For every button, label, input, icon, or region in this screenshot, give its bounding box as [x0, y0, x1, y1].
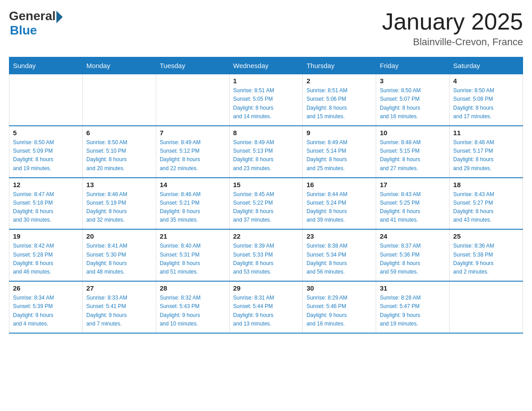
day-info: Sunrise: 8:39 AMSunset: 5:33 PMDaylight:…: [233, 242, 299, 276]
calendar-cell: 28Sunrise: 8:32 AMSunset: 5:43 PMDayligh…: [156, 281, 229, 333]
day-number: 31: [380, 284, 446, 292]
calendar-cell: 20Sunrise: 8:41 AMSunset: 5:30 PMDayligh…: [82, 229, 156, 281]
day-info: Sunrise: 8:51 AMSunset: 5:05 PMDaylight:…: [233, 86, 299, 121]
calendar-cell: 27Sunrise: 8:33 AMSunset: 5:41 PMDayligh…: [82, 281, 156, 333]
calendar-cell: 9Sunrise: 8:49 AMSunset: 5:14 PMDaylight…: [303, 126, 376, 178]
calendar-week-row: 12Sunrise: 8:47 AMSunset: 5:18 PMDayligh…: [9, 178, 523, 230]
day-info: Sunrise: 8:29 AMSunset: 5:46 PMDaylight:…: [306, 294, 372, 328]
day-number: 3: [380, 77, 446, 85]
day-info: Sunrise: 8:38 AMSunset: 5:34 PMDaylight:…: [306, 242, 372, 276]
calendar-cell: 1Sunrise: 8:51 AMSunset: 5:05 PMDaylight…: [229, 74, 303, 126]
calendar-cell: 15Sunrise: 8:45 AMSunset: 5:22 PMDayligh…: [229, 178, 303, 230]
day-number: 1: [233, 77, 299, 85]
day-number: 8: [233, 129, 299, 137]
day-number: 4: [453, 77, 519, 85]
calendar-header-friday: Friday: [376, 57, 450, 74]
day-number: 19: [13, 232, 79, 240]
calendar-cell: 26Sunrise: 8:34 AMSunset: 5:39 PMDayligh…: [9, 281, 83, 333]
calendar-week-row: 5Sunrise: 8:50 AMSunset: 5:09 PMDaylight…: [9, 126, 523, 178]
calendar-cell: 11Sunrise: 8:48 AMSunset: 5:17 PMDayligh…: [450, 126, 523, 178]
day-number: 16: [306, 181, 372, 188]
day-number: 29: [233, 284, 299, 292]
day-number: 11: [453, 129, 519, 137]
calendar-cell: 18Sunrise: 8:43 AMSunset: 5:27 PMDayligh…: [450, 178, 523, 230]
day-number: 12: [13, 181, 79, 188]
logo-general-text: General: [9, 9, 56, 23]
day-info: Sunrise: 8:51 AMSunset: 5:06 PMDaylight:…: [306, 86, 372, 121]
day-info: Sunrise: 8:37 AMSunset: 5:36 PMDaylight:…: [380, 242, 446, 276]
day-info: Sunrise: 8:28 AMSunset: 5:47 PMDaylight:…: [380, 294, 446, 328]
calendar-cell: 10Sunrise: 8:48 AMSunset: 5:15 PMDayligh…: [376, 126, 450, 178]
day-info: Sunrise: 8:49 AMSunset: 5:12 PMDaylight:…: [160, 138, 226, 173]
calendar-header-monday: Monday: [82, 57, 156, 74]
day-info: Sunrise: 8:47 AMSunset: 5:18 PMDaylight:…: [13, 190, 79, 225]
calendar-table: SundayMondayTuesdayWednesdayThursdayFrid…: [9, 57, 523, 334]
calendar-cell: 16Sunrise: 8:44 AMSunset: 5:24 PMDayligh…: [303, 178, 376, 230]
day-number: 10: [380, 129, 446, 137]
calendar-cell: [156, 74, 229, 126]
day-info: Sunrise: 8:40 AMSunset: 5:31 PMDaylight:…: [160, 242, 226, 276]
day-number: 18: [453, 181, 519, 188]
calendar-header-thursday: Thursday: [303, 57, 376, 74]
day-info: Sunrise: 8:46 AMSunset: 5:19 PMDaylight:…: [86, 190, 152, 225]
calendar-week-row: 26Sunrise: 8:34 AMSunset: 5:39 PMDayligh…: [9, 281, 523, 333]
day-info: Sunrise: 8:45 AMSunset: 5:22 PMDaylight:…: [233, 190, 299, 225]
calendar-cell: 17Sunrise: 8:43 AMSunset: 5:25 PMDayligh…: [376, 178, 450, 230]
day-info: Sunrise: 8:50 AMSunset: 5:09 PMDaylight:…: [13, 138, 79, 173]
day-info: Sunrise: 8:43 AMSunset: 5:27 PMDaylight:…: [453, 190, 519, 225]
calendar-cell: 5Sunrise: 8:50 AMSunset: 5:09 PMDaylight…: [9, 126, 83, 178]
calendar-week-row: 19Sunrise: 8:42 AMSunset: 5:28 PMDayligh…: [9, 229, 523, 281]
calendar-cell: [450, 281, 523, 333]
day-number: 27: [86, 284, 152, 292]
day-number: 15: [233, 181, 299, 188]
day-info: Sunrise: 8:46 AMSunset: 5:21 PMDaylight:…: [160, 190, 226, 225]
calendar-cell: [9, 74, 83, 126]
day-info: Sunrise: 8:31 AMSunset: 5:44 PMDaylight:…: [233, 294, 299, 328]
title-area: January 2025 Blainville-Crevon, France: [382, 9, 523, 48]
calendar-header-tuesday: Tuesday: [156, 57, 229, 74]
calendar-cell: 29Sunrise: 8:31 AMSunset: 5:44 PMDayligh…: [229, 281, 303, 333]
day-info: Sunrise: 8:32 AMSunset: 5:43 PMDaylight:…: [160, 294, 226, 328]
day-info: Sunrise: 8:42 AMSunset: 5:28 PMDaylight:…: [13, 242, 79, 276]
day-info: Sunrise: 8:36 AMSunset: 5:38 PMDaylight:…: [453, 242, 519, 276]
calendar-cell: 13Sunrise: 8:46 AMSunset: 5:19 PMDayligh…: [82, 178, 156, 230]
day-number: 26: [13, 284, 79, 292]
logo-arrow-icon: [56, 11, 63, 23]
day-number: 17: [380, 181, 446, 188]
day-number: 13: [86, 181, 152, 188]
calendar-cell: 24Sunrise: 8:37 AMSunset: 5:36 PMDayligh…: [376, 229, 450, 281]
day-number: 20: [86, 232, 152, 240]
calendar-header-wednesday: Wednesday: [229, 57, 303, 74]
day-number: 14: [160, 181, 226, 188]
calendar-cell: 19Sunrise: 8:42 AMSunset: 5:28 PMDayligh…: [9, 229, 83, 281]
day-number: 5: [13, 129, 79, 137]
day-number: 28: [160, 284, 226, 292]
logo: General Blue: [9, 9, 63, 38]
day-info: Sunrise: 8:50 AMSunset: 5:08 PMDaylight:…: [453, 86, 519, 121]
calendar-cell: 25Sunrise: 8:36 AMSunset: 5:38 PMDayligh…: [450, 229, 523, 281]
logo-blue-text: Blue: [10, 23, 37, 38]
calendar-subtitle: Blainville-Crevon, France: [382, 36, 523, 48]
calendar-week-row: 1Sunrise: 8:51 AMSunset: 5:05 PMDaylight…: [9, 74, 523, 126]
calendar-cell: 3Sunrise: 8:50 AMSunset: 5:07 PMDaylight…: [376, 74, 450, 126]
calendar-cell: 6Sunrise: 8:50 AMSunset: 5:10 PMDaylight…: [82, 126, 156, 178]
calendar-cell: 21Sunrise: 8:40 AMSunset: 5:31 PMDayligh…: [156, 229, 229, 281]
calendar-cell: 22Sunrise: 8:39 AMSunset: 5:33 PMDayligh…: [229, 229, 303, 281]
day-number: 21: [160, 232, 226, 240]
calendar-title: January 2025: [382, 9, 523, 34]
day-number: 25: [453, 232, 519, 240]
calendar-cell: 4Sunrise: 8:50 AMSunset: 5:08 PMDaylight…: [450, 74, 523, 126]
day-number: 6: [86, 129, 152, 137]
day-info: Sunrise: 8:43 AMSunset: 5:25 PMDaylight:…: [380, 190, 446, 225]
calendar-cell: 14Sunrise: 8:46 AMSunset: 5:21 PMDayligh…: [156, 178, 229, 230]
day-number: 22: [233, 232, 299, 240]
day-number: 9: [306, 129, 372, 137]
day-number: 30: [306, 284, 372, 292]
calendar-cell: 7Sunrise: 8:49 AMSunset: 5:12 PMDaylight…: [156, 126, 229, 178]
calendar-cell: 12Sunrise: 8:47 AMSunset: 5:18 PMDayligh…: [9, 178, 83, 230]
day-info: Sunrise: 8:48 AMSunset: 5:15 PMDaylight:…: [380, 138, 446, 173]
day-info: Sunrise: 8:34 AMSunset: 5:39 PMDaylight:…: [13, 294, 79, 328]
day-number: 7: [160, 129, 226, 137]
calendar-header-row: SundayMondayTuesdayWednesdayThursdayFrid…: [9, 57, 523, 74]
day-info: Sunrise: 8:44 AMSunset: 5:24 PMDaylight:…: [306, 190, 372, 225]
